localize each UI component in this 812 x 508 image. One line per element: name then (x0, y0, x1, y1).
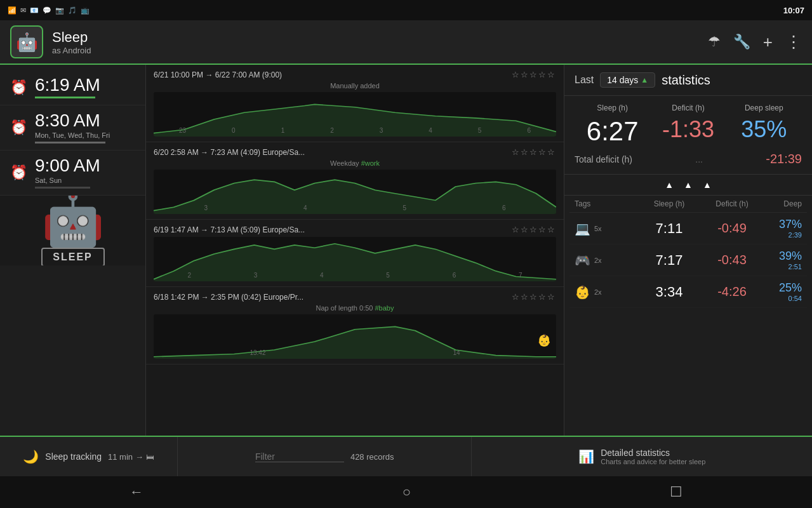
status-left-icons: 📶 ✉ 📧 💬 📷 🎵 📺 (8, 6, 90, 15)
alarm-item-1[interactable]: ⏰ 6:19 AM (0, 70, 145, 105)
sleep-record-1[interactable]: 6/21 10:00 PM → 6/22 7:00 AM (9:00) ☆☆☆☆… (146, 65, 564, 142)
alarm-clock-icon-2: ⏰ (10, 119, 27, 136)
deficit-h-value: -1:33 (650, 116, 726, 143)
stats-tag-table: Tags Sleep (h) Deficit (h) Deep 💻 5x 7:1… (564, 196, 812, 308)
app-logo-icon: 🤖 (16, 32, 38, 53)
deep-sleep-col: Deep sleep 35% (726, 104, 802, 147)
sleep-records-list: 6/21 10:00 PM → 6/22 7:00 AM (9:00) ☆☆☆☆… (146, 65, 564, 436)
umbrella-icon[interactable]: ☂ (708, 34, 721, 50)
tag-count-2: 2x (594, 257, 602, 264)
tag-col-header-deficit: Deficit (h) (707, 199, 757, 208)
record-stars-4: ☆☆☆☆☆ (512, 292, 556, 302)
app-subtitle: as Android (52, 46, 708, 55)
cam-icon: 📷 (55, 6, 64, 15)
record-header-2: 6/20 2:58 AM → 7:23 AM (4:09) Europe/Sa.… (154, 147, 556, 157)
sleep-tracking-label: Sleep tracking (45, 451, 102, 462)
filter-input[interactable] (255, 451, 344, 462)
tag-table-header: Tags Sleep (h) Deficit (h) Deep (569, 196, 807, 213)
msg-icon: 💬 (43, 6, 51, 15)
email-icon: ✉ (20, 6, 26, 15)
sleep-tracking-tab[interactable]: 🌙 Sleep tracking 11 min → 🛏 (0, 437, 178, 476)
filter-tab[interactable]: 428 records (178, 437, 472, 476)
time-to-bed-group: 11 min → 🛏 (108, 452, 154, 462)
total-deficit-row: Total deficit (h) ... -21:39 (575, 152, 802, 166)
alarm-info-3: 9:00 AM Sat, Sun (35, 157, 135, 189)
tag-col-header-tags: Tags (575, 199, 632, 208)
chart-3: 234567 (154, 237, 556, 281)
record-note-4: Nap of length 0:50 #baby (154, 304, 556, 312)
alarm-time-1: 6:19 AM (35, 76, 135, 94)
sleep-h-value: 6:27 (575, 116, 650, 147)
trend-icon: ▲ (641, 76, 648, 84)
tag-col-header-sleep: Sleep (h) (632, 199, 707, 208)
alarm-days-2: Mon, Tue, Wed, Thu, Fri (35, 131, 135, 139)
stats-days-badge[interactable]: 14 days ▲ (600, 72, 655, 88)
tag-sleep-2: 7:17 (632, 252, 707, 269)
add-icon[interactable]: + (763, 32, 773, 52)
tag-count-1: 5x (594, 225, 602, 232)
tag-deep-2: 39% 2:51 (757, 250, 802, 271)
record-note-2: Weekday #work (154, 159, 556, 167)
tag-icon-col-2: 🎮 2x (575, 253, 632, 268)
tag-count-3: 2x (594, 288, 602, 296)
alarm-info-1: 6:19 AM (35, 76, 135, 98)
statistics-panel: Last 14 days ▲ statistics Sleep (h) 6:27… (564, 65, 812, 436)
record-header-3: 6/19 1:47 AM → 7:13 AM (5:09) Europe/Sa.… (154, 225, 556, 234)
alarm-days-3: Sat, Sun (35, 177, 135, 184)
app-title-group: Sleep as Android (52, 29, 708, 55)
alarm-clock-icon-1: ⏰ (10, 79, 27, 96)
record-timerange-1: 6/21 10:00 PM → 6/22 7:00 AM (9:00) (154, 70, 282, 79)
stats-last-label: Last (575, 74, 594, 86)
triangle-3: ▲ (703, 180, 712, 190)
alarm-item-3[interactable]: ⏰ 9:00 AM Sat, Sun (0, 150, 145, 196)
recent-button[interactable]: ☐ (644, 479, 708, 505)
android-mascot: 🤖 (41, 196, 105, 245)
detailed-stats-info: Detailed statistics Charts and advice fo… (601, 448, 705, 465)
total-deficit-dots: ... (695, 154, 703, 164)
sleep-record-4[interactable]: 6/18 1:42 PM → 2:35 PM (0:42) Europe/Pr.… (146, 287, 564, 364)
wifi-icon: 📶 (8, 6, 17, 15)
record-stars-2: ☆☆☆☆☆ (512, 147, 556, 157)
alarm-item-2[interactable]: ⏰ 8:30 AM Mon, Tue, Wed, Thu, Fri (0, 105, 145, 150)
bottom-tabs: 🌙 Sleep tracking 11 min → 🛏 428 records … (0, 436, 812, 476)
detailed-stats-tab[interactable]: 📊 Detailed statistics Charts and advice … (472, 437, 812, 476)
sleep-tracking-info: Sleep tracking (45, 451, 102, 462)
laptop-icon: 💻 (575, 221, 590, 236)
music-icon: 🎵 (68, 6, 77, 15)
record-header-4: 6/18 1:42 PM → 2:35 PM (0:42) Europe/Pr.… (154, 292, 556, 302)
tag-row-3[interactable]: 👶 2x 3:34 -4:26 25% 0:54 (569, 276, 807, 308)
alarms-sidebar: ⏰ 6:19 AM ⏰ 8:30 AM Mon, Tue, Wed, Thu, … (0, 65, 146, 436)
sleep-record-2[interactable]: 6/20 2:58 AM → 7:23 AM (4:09) Europe/Sa.… (146, 142, 564, 220)
sleep-mascot-area: 🤖 SLEEP (0, 196, 145, 265)
tag-deficit-1: -0:49 (707, 221, 757, 236)
stats-sort-indicators: ▲ ▲ ▲ (564, 175, 812, 196)
record-header-1: 6/21 10:00 PM → 6/22 7:00 AM (9:00) ☆☆☆☆… (154, 70, 556, 79)
alarm-time-3: 9:00 AM (35, 157, 135, 175)
alarm-time-2: 8:30 AM (35, 112, 135, 130)
stats-days-value: 14 days (607, 75, 638, 85)
chart-axis-3: 234567 (154, 272, 556, 279)
gaming-icon: 🎮 (575, 253, 590, 268)
chart-axis-2: 3456 (154, 204, 556, 211)
tag-row-2[interactable]: 🎮 2x 7:17 -0:43 39% 2:51 (569, 244, 807, 276)
chart-2: 3456 (154, 170, 556, 214)
triangle-1: ▲ (665, 180, 674, 190)
sleep-record-3[interactable]: 6/19 1:47 AM → 7:13 AM (5:09) Europe/Sa.… (146, 220, 564, 287)
more-menu-icon[interactable]: ⋮ (785, 32, 802, 52)
time-to-bed-value: 11 min (108, 452, 133, 462)
tag-row-1[interactable]: 💻 5x 7:11 -0:49 37% 2:39 (569, 213, 807, 244)
status-bar: 📶 ✉ 📧 💬 📷 🎵 📺 10:07 (0, 0, 812, 20)
stats-summary: Sleep (h) 6:27 Deficit (h) -1:33 Deep sl… (564, 96, 812, 175)
detailed-stats-sub: Charts and advice for better sleep (601, 458, 705, 465)
tag-sleep-3: 3:34 (632, 284, 707, 300)
deficit-h-col: Deficit (h) -1:33 (650, 104, 726, 147)
wrench-icon[interactable]: 🔧 (733, 34, 750, 50)
home-button[interactable]: ○ (377, 479, 436, 505)
app-name: Sleep (52, 29, 708, 46)
alarm-info-2: 8:30 AM Mon, Tue, Wed, Thu, Fri (35, 112, 135, 144)
back-button[interactable]: ← (104, 479, 169, 505)
tag-deep-3: 25% 0:54 (757, 281, 802, 302)
baby-icon: 👶 (575, 284, 590, 300)
tag-deficit-2: -0:43 (707, 253, 757, 267)
record-hashtag-4: #baby (375, 304, 394, 312)
